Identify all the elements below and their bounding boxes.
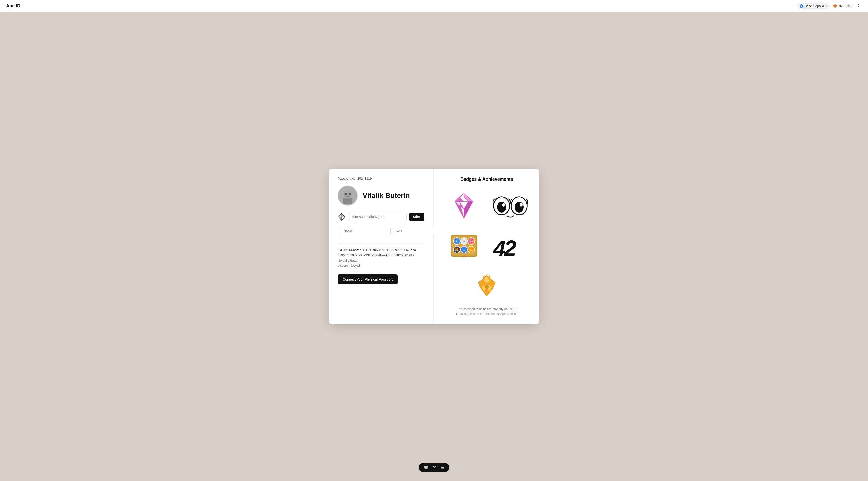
mint-domain-row: Mint <box>338 213 425 221</box>
connect-passport-button[interactable]: Connect Your Physical Passport <box>338 275 398 284</box>
domain-name-input[interactable] <box>348 213 407 221</box>
toolbar-pill: 💬 👁 ☰ <box>419 463 449 472</box>
chevron-down-icon: ▾ <box>826 4 827 7</box>
badge-42: 42 <box>489 228 530 264</box>
info-block: 0xC127441e2eaC11E19f06DF91883F69750DB4Fa… <box>338 243 425 268</box>
address-line-1: 0xC127441e2eaC11E19f06DF91883F69750DB4Fa… <box>338 248 425 253</box>
svg-text:♦: ♦ <box>456 239 458 243</box>
svg-marker-16 <box>339 217 342 220</box>
svg-point-36 <box>520 203 523 206</box>
avatar <box>338 186 358 205</box>
svg-rect-13 <box>346 198 350 199</box>
svg-marker-15 <box>342 214 345 217</box>
svg-marker-24 <box>455 201 464 218</box>
badge-diamond <box>443 188 485 224</box>
chat-icon[interactable]: 💬 <box>424 465 429 470</box>
bottom-toolbar: 💬 👁 ☰ <box>415 459 453 476</box>
footer-line-2: If found, please return to nearest Ape I… <box>443 312 530 316</box>
data-status: No valid data <box>338 258 425 263</box>
passport-footer: This passport remains the property of Ap… <box>443 307 530 316</box>
wallet-badge: 0x9...912 <box>833 3 853 8</box>
svg-point-35 <box>515 201 524 213</box>
badge-sticker-laptop: ♦ ★ mint 🦊 Ξ Hop ■■■ <box>443 228 485 264</box>
badge-golden-emblem <box>443 268 530 304</box>
more-options-button[interactable]: ⋮ <box>856 2 862 10</box>
passport-number: Passport No: 20241119 <box>338 177 425 181</box>
diamond-badge-icon <box>453 192 475 220</box>
svg-text:🦊: 🦊 <box>455 247 459 252</box>
view-icon[interactable]: 👁 <box>433 466 437 470</box>
set-info-row: Set Info <box>338 225 425 237</box>
footer-line-1: This passport remains the property of Ap… <box>443 307 530 312</box>
header-right: Base Sepolia ▾ 0x9...912 ⋮ <box>798 2 862 10</box>
svg-text:Hop: Hop <box>469 249 473 251</box>
svg-marker-23 <box>464 201 473 218</box>
passport-book: Passport No: 20241119 <box>329 169 539 324</box>
svg-text:★: ★ <box>463 240 465 243</box>
app-logo: Ape ID <box>6 3 20 8</box>
ens-icon-mint <box>338 213 346 221</box>
mint-button[interactable]: Mint <box>409 213 425 221</box>
passport-owner-name: Vitalik Buterin <box>363 192 410 200</box>
sticker-laptop-icon: ♦ ★ mint 🦊 Ξ Hop ■■■ <box>450 231 478 260</box>
network-name: Base Sepolia <box>805 4 824 8</box>
svg-rect-11 <box>349 193 351 195</box>
address-line-2: 0x96F48797a80Ce33F5bb84beeAF8F6782f75819… <box>338 253 425 258</box>
svg-rect-10 <box>345 193 347 195</box>
metamask-icon <box>833 3 838 8</box>
badges-title: Badges & Achievements <box>443 177 530 182</box>
golden-emblem-icon <box>474 273 499 298</box>
network-dot-icon <box>800 4 803 8</box>
svg-point-5 <box>834 7 835 7</box>
passport-right-page: Badges & Achievements <box>434 169 539 324</box>
network-selector[interactable]: Base Sepolia ▾ <box>798 3 830 9</box>
badge-anime-eyes <box>489 188 530 224</box>
menu-icon[interactable]: ☰ <box>441 465 444 470</box>
badges-grid: ♦ ★ mint 🦊 Ξ Hop ■■■ <box>443 188 530 304</box>
number-42-icon: 42 <box>492 233 527 258</box>
svg-text:■■■: ■■■ <box>462 256 466 258</box>
svg-point-6 <box>835 7 836 7</box>
svg-point-32 <box>497 201 506 213</box>
anime-eyes-icon <box>490 193 530 218</box>
svg-text:Ξ: Ξ <box>463 248 465 251</box>
discord-handle: discord - iceywil <box>338 263 425 268</box>
svg-point-33 <box>502 203 505 206</box>
passport-left-page: Passport No: 20241119 <box>329 169 434 324</box>
name-input[interactable] <box>340 227 391 235</box>
svg-text:42: 42 <box>493 236 516 258</box>
wallet-address: 0x9...912 <box>839 4 853 8</box>
main-content: Passport No: 20241119 <box>0 12 868 481</box>
svg-rect-12 <box>345 196 350 197</box>
svg-text:mint: mint <box>469 240 473 243</box>
passport-identity: Vitalik Buterin <box>338 186 425 205</box>
header: Ape ID Base Sepolia ▾ 0x9...912 ⋮ <box>0 0 868 12</box>
